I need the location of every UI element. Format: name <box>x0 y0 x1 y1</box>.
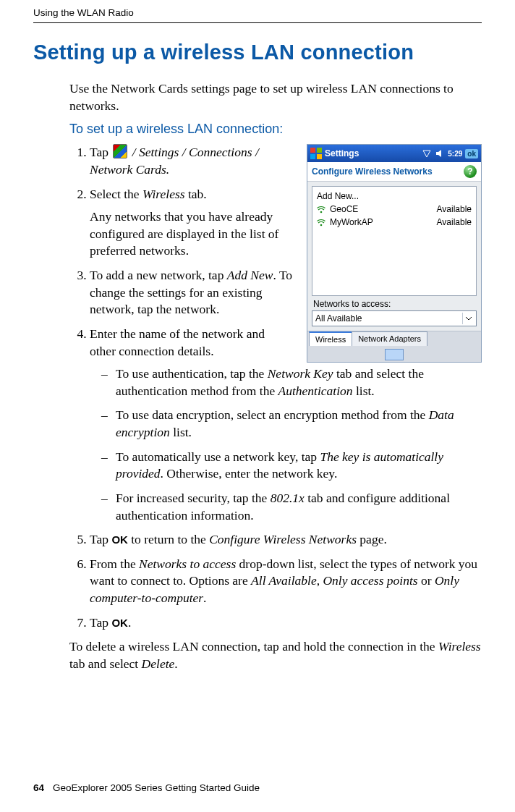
network-status: Available <box>437 217 472 227</box>
step-2-text: Select the Wireless tab. <box>90 187 207 201</box>
step-6-text: From the Networks to access drop-down li… <box>90 557 477 605</box>
step-2-note: Any networks that you have already confi… <box>90 208 294 260</box>
running-head: Using the WLAN Radio <box>33 0 482 21</box>
section-title: Setting up a wireless LAN connection <box>33 41 482 64</box>
step-4-bullet-3: To automatically use a network key, tap … <box>101 449 482 483</box>
list-item[interactable]: GeoCE Available <box>317 203 472 216</box>
svg-rect-0 <box>310 148 315 153</box>
network-listbox[interactable]: Add New... GeoCE Available MyWorkAP Avai… <box>312 186 477 296</box>
step-5-text-b: to return to the Configure Wireless Netw… <box>128 532 387 546</box>
page-number: 64 <box>33 782 44 793</box>
top-rule <box>33 22 482 23</box>
device-clock: 5:29 <box>448 150 462 158</box>
svg-rect-1 <box>317 148 322 153</box>
add-new-label: Add New... <box>317 191 472 201</box>
start-menu-icon <box>113 144 127 158</box>
help-icon[interactable]: ? <box>464 165 477 178</box>
network-status: Available <box>437 204 472 214</box>
svg-point-5 <box>320 224 323 227</box>
list-item-add-new[interactable]: Add New... <box>317 190 472 203</box>
ok-text: OK <box>111 533 128 546</box>
titlebar-ok-button[interactable]: ok <box>465 149 478 158</box>
step-7: Tap OK. <box>90 614 482 632</box>
device-titlebar: Settings 5:29 ok <box>307 145 481 162</box>
tab-network-adapters[interactable]: Network Adapters <box>352 331 427 346</box>
sip-bar <box>307 347 481 362</box>
step-7-text-b: . <box>128 615 131 630</box>
step-4-bullet-2: To use data encryption, select an encryp… <box>101 407 482 441</box>
network-name: MyWorkAP <box>330 217 433 227</box>
network-name: GeoCE <box>330 204 433 214</box>
ok-text: OK <box>111 617 128 629</box>
chevron-down-icon[interactable] <box>462 313 474 324</box>
device-title: Settings <box>325 148 419 158</box>
step-7-text-a: Tap <box>90 615 111 630</box>
speaker-icon[interactable] <box>435 148 445 158</box>
signal-icon <box>422 148 432 158</box>
start-icon[interactable] <box>310 148 322 159</box>
footer-title: GeoExplorer 2005 Series Getting Started … <box>53 782 260 793</box>
step-1-text-a: Tap <box>90 145 111 159</box>
procedure-heading: To set up a wireless LAN connection: <box>69 122 482 137</box>
svg-point-4 <box>320 211 323 213</box>
device-tab-strip: Wireless Network Adapters <box>307 331 481 347</box>
dropdown-value: All Available <box>315 313 362 323</box>
page-footer: 64GeoExplorer 2005 Series Getting Starte… <box>33 782 260 793</box>
svg-rect-2 <box>310 154 315 159</box>
device-subtitle-bar: Configure Wireless Networks ? <box>307 162 481 182</box>
step-6: From the Networks to access drop-down li… <box>90 556 482 607</box>
list-item[interactable]: MyWorkAP Available <box>317 216 472 229</box>
networks-to-access-label: Networks to access: <box>307 299 481 310</box>
embedded-screenshot: Settings 5:29 ok Configure Wireless Netw… <box>307 144 482 363</box>
step-4-sublist: To use authentication, tap the Network K… <box>90 365 482 524</box>
keyboard-icon[interactable] <box>385 349 404 360</box>
svg-rect-3 <box>317 154 322 159</box>
intro-paragraph: Use the Network Cards settings page to s… <box>69 80 482 114</box>
wifi-icon <box>317 218 325 227</box>
tab-wireless[interactable]: Wireless <box>309 331 352 346</box>
trailing-paragraph: To delete a wireless LAN connection, tap… <box>69 638 482 672</box>
step-5-text-a: Tap <box>90 532 111 546</box>
networks-to-access-dropdown[interactable]: All Available <box>312 310 477 326</box>
step-5: Tap OK to return to the Configure Wirele… <box>90 531 482 549</box>
device-subtitle-text: Configure Wireless Networks <box>312 166 433 177</box>
step-4-bullet-4: For increased security, tap the 802.1x t… <box>101 490 482 524</box>
wifi-icon <box>317 205 325 213</box>
step-4-bullet-1: To use authentication, tap the Network K… <box>101 365 482 399</box>
step-3-text: To add a new network, tap Add New. To ch… <box>90 268 292 316</box>
